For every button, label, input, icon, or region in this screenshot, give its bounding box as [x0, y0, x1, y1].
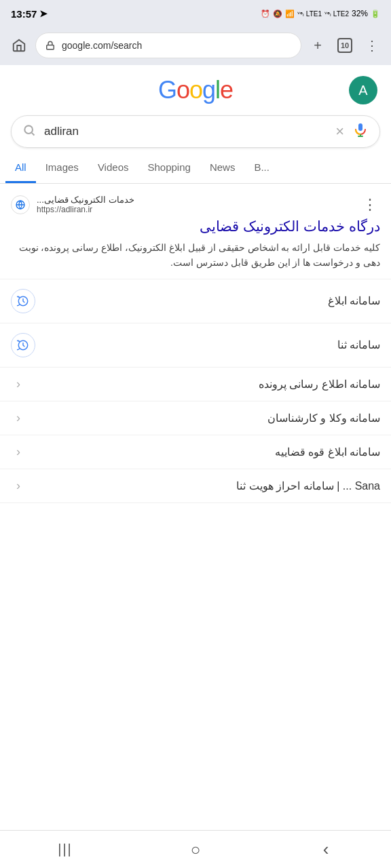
browser-toolbar: google.com/search + 10 ⋮	[8, 33, 383, 58]
site-favicon	[11, 195, 30, 214]
logo-o2: o	[189, 76, 202, 104]
result-snippet: کلیه خدمات قابل ارائه به اشخاص حقیقی از …	[11, 240, 380, 271]
suggestion-2-right	[11, 333, 35, 357]
result-source-left: خدمات الکترونیک قضایی... https://adliran…	[11, 195, 134, 214]
nav-back-icon: ‹	[323, 839, 329, 860]
result-source: خدمات الکترونیک قضایی... https://adliran…	[11, 195, 380, 214]
user-avatar[interactable]: A	[349, 76, 377, 104]
browser-chrome: google.com/search + 10 ⋮	[0, 27, 391, 65]
tab-images[interactable]: Images	[36, 153, 88, 183]
svg-point-1	[24, 125, 33, 134]
suggestion-5-right: ›	[11, 445, 20, 459]
alarm-icon: ⏰	[261, 9, 270, 18]
result-more-button[interactable]: ⋮	[360, 196, 380, 214]
tabs-count: 10	[337, 38, 352, 53]
tab-news[interactable]: News	[200, 153, 245, 183]
site-info: خدمات الکترونیک قضایی... https://adliran…	[37, 195, 134, 214]
suggestion-4-right: ›	[11, 411, 20, 425]
nav-menu-icon: |||	[58, 842, 73, 857]
tab-more[interactable]: B...	[244, 153, 279, 183]
browser-home-button[interactable]	[8, 35, 30, 56]
tab-all[interactable]: All	[5, 153, 36, 183]
suggestion-6-text: Sana ... | سامانه احراز هویت ثنا	[20, 479, 380, 492]
tab-shopping[interactable]: Shopping	[138, 153, 200, 183]
suggestion-4[interactable]: › سامانه وکلا و کارشناسان	[0, 401, 391, 435]
status-bar: 13:57 ➤ ⏰ 🔕 📶 ᵛᵒₗ LTE1 ᵛᵒₗ LTE2 32% 🔋	[0, 0, 391, 27]
history-icon-2	[11, 333, 35, 357]
wifi-icon: 📶	[285, 9, 295, 18]
suggestion-3-right: ›	[11, 377, 20, 391]
logo-g: G	[158, 76, 176, 104]
suggestion-1[interactable]: سامانه ابلاغ	[0, 279, 391, 323]
voice-search-icon[interactable]	[352, 122, 369, 141]
tabs-button[interactable]: 10	[334, 35, 356, 56]
nav-back-button[interactable]: ‹	[305, 836, 346, 863]
suggestion-2-text: سامانه ثنا	[35, 338, 380, 351]
suggestion-3-text: سامانه اطلاع رسانی پرونده	[20, 378, 380, 391]
new-tab-button[interactable]: +	[307, 35, 329, 56]
suggestion-6[interactable]: › Sana ... | سامانه احراز هویت ثنا	[0, 469, 391, 503]
browser-menu-button[interactable]: ⋮	[361, 35, 383, 56]
search-icon	[22, 123, 36, 140]
nav-menu-button[interactable]: |||	[45, 836, 86, 863]
suggestion-6-right: ›	[11, 479, 20, 493]
history-icon-1	[11, 289, 35, 313]
search-clear-button[interactable]: ×	[335, 123, 344, 140]
status-time: 13:57 ➤	[11, 8, 48, 20]
status-icons: ⏰ 🔕 📶 ᵛᵒₗ LTE1 ᵛᵒₗ LTE2 32% 🔋	[261, 9, 380, 18]
signal-lte2-icon: ᵛᵒₗ LTE2	[324, 10, 349, 18]
search-bar-container: adliran ×	[0, 110, 391, 148]
search-bar[interactable]: adliran ×	[11, 115, 380, 148]
navigation-icon: ➤	[39, 8, 48, 19]
site-url: https://adliran.ir	[37, 205, 134, 214]
suggestion-4-text: سامانه وکلا و کارشناسان	[20, 412, 380, 425]
battery-display: 32%	[352, 9, 368, 18]
time-display: 13:57	[11, 8, 37, 20]
google-logo: Google	[158, 76, 233, 104]
tab-videos[interactable]: Videos	[88, 153, 138, 183]
result-title[interactable]: درگاه خدمات الکترونیک قضایی	[11, 218, 380, 235]
suggestion-2[interactable]: سامانه ثنا	[0, 323, 391, 368]
address-text: google.com/search	[62, 40, 293, 51]
svg-rect-0	[47, 45, 54, 49]
logo-l: l	[215, 76, 220, 104]
results-container: خدمات الکترونیک قضایی... https://adliran…	[0, 184, 391, 503]
nav-home-icon: ○	[191, 840, 201, 859]
suggestion-3[interactable]: › سامانه اطلاع رسانی پرونده	[0, 368, 391, 401]
search-tabs: All Images Videos Shopping News B...	[0, 153, 391, 184]
search-query[interactable]: adliran	[44, 125, 327, 138]
battery-icon: 🔋	[371, 9, 380, 18]
logo-o1: o	[176, 76, 189, 104]
first-result: خدمات الکترونیک قضایی... https://adliran…	[0, 184, 391, 279]
suggestion-1-right	[11, 289, 35, 313]
site-name: خدمات الکترونیک قضایی...	[37, 195, 134, 205]
logo-e: e	[220, 76, 233, 104]
nav-bar: ||| ○ ‹	[0, 830, 391, 868]
google-header: Google A	[0, 65, 391, 110]
address-bar[interactable]: google.com/search	[35, 33, 301, 58]
mute-icon: 🔕	[273, 9, 282, 18]
nav-home-button[interactable]: ○	[175, 836, 216, 863]
lock-icon	[44, 39, 56, 52]
signal-lte1-icon: ᵛᵒₗ LTE1	[297, 10, 322, 18]
svg-rect-2	[358, 123, 362, 131]
suggestion-5-text: سامانه ابلاغ قوه قضاییه	[20, 446, 380, 458]
logo-g2: g	[202, 76, 215, 104]
suggestion-5[interactable]: › سامانه ابلاغ قوه قضاییه	[0, 435, 391, 469]
suggestion-1-text: سامانه ابلاغ	[35, 294, 380, 307]
